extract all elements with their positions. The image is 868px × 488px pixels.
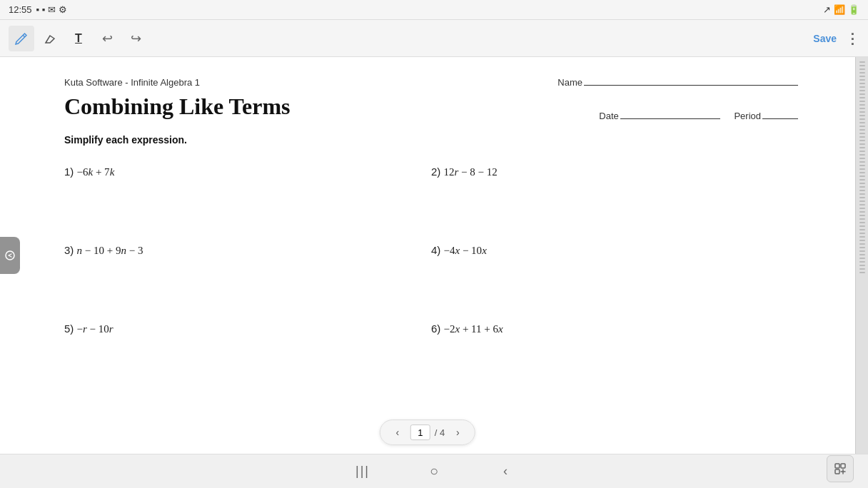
date-label: Date: [599, 111, 618, 121]
problem-1-expression: −6k + 7k: [77, 166, 115, 178]
problem-3-number: 3): [64, 244, 77, 256]
problem-4-expression: −4x − 10x: [444, 245, 487, 256]
scroll-tick: [859, 104, 865, 106]
scroll-tick: [859, 272, 865, 273]
scroll-tick: [859, 90, 865, 91]
scroll-tick: [859, 126, 865, 127]
multitask-button[interactable]: |||: [348, 457, 377, 486]
scroll-tick: [859, 211, 865, 213]
scroll-tick: [859, 68, 865, 70]
scroll-tick: [859, 176, 865, 177]
scroll-tick: [859, 115, 865, 116]
problem-6-expression: −2x + 11 + 6x: [444, 323, 503, 335]
eraser-tool-button[interactable]: [37, 26, 63, 51]
signal-icons: ▪ ▪ ✉ ⚙: [36, 4, 67, 15]
scroll-tick: [859, 250, 865, 252]
period-underline: [762, 118, 798, 119]
scroll-tick: [859, 233, 865, 234]
scroll-tick: [859, 136, 865, 138]
scroll-tick: [859, 200, 865, 202]
svg-rect-2: [841, 464, 845, 468]
undo-button[interactable]: ↩: [94, 26, 120, 51]
next-page-button[interactable]: ›: [449, 424, 466, 441]
problem-1-number: 1): [64, 166, 77, 178]
status-left: 12:55 ▪ ▪ ✉ ⚙: [9, 4, 67, 15]
connectivity-icon: ↗: [823, 4, 831, 15]
scroll-tick: [859, 268, 865, 270]
scroll-tick: [859, 208, 865, 209]
scroll-tick: [859, 183, 865, 184]
name-field: Name: [557, 77, 798, 88]
scroll-tick: [859, 204, 865, 205]
problem-5-number: 5): [64, 322, 77, 335]
save-button[interactable]: Save: [813, 33, 837, 44]
svg-rect-1: [835, 464, 839, 468]
scroll-tick: [859, 72, 865, 73]
scroll-tick: [859, 83, 865, 84]
prev-page-button[interactable]: ‹: [389, 424, 406, 441]
scroll-tick: [859, 247, 865, 248]
scroll-tick: [859, 258, 865, 259]
scroll-tick: [859, 193, 865, 195]
battery-icon: 🔋: [848, 4, 859, 15]
software-label: Kuta Software - Infinite Algebra 1: [64, 77, 200, 88]
document-content: Kuta Software - Infinite Algebra 1 Name …: [0, 57, 855, 454]
redo-button[interactable]: ↪: [123, 26, 148, 51]
back-button[interactable]: ‹: [491, 457, 520, 486]
scroll-tick: [859, 140, 865, 141]
scroll-tick: [859, 147, 865, 148]
scroll-tick: [859, 186, 865, 188]
status-right: ↗ 📶 🔋: [823, 4, 859, 15]
title-row: Combining Like Terms Date Period: [64, 93, 798, 124]
home-button[interactable]: ○: [420, 457, 448, 486]
doc-header: Kuta Software - Infinite Algebra 1 Name: [64, 77, 798, 88]
bottom-nav-center: ||| ○ ‹: [348, 457, 520, 486]
problems-grid: 1) −6k + 7k 2) 12r − 8 − 12 3) n − 10 + …: [64, 158, 798, 394]
scroll-tick: [859, 154, 865, 156]
bottom-nav: ||| ○ ‹: [0, 454, 868, 488]
problem-5: 5) −r − 10r: [64, 315, 431, 394]
scroll-tick: [859, 101, 865, 102]
toolbar: T ↩ ↪ Save ⋮: [0, 20, 868, 57]
scroll-tick: [859, 86, 865, 88]
scroll-tick: [859, 76, 865, 77]
left-edge-button[interactable]: [0, 237, 20, 274]
scroll-tick: [859, 158, 865, 159]
scroll-tick: [859, 172, 865, 173]
name-label: Name: [557, 77, 582, 88]
problem-4-number: 4): [431, 244, 444, 256]
svg-rect-3: [835, 469, 839, 474]
pencil-tool-button[interactable]: [9, 26, 34, 51]
scroll-tick: [859, 122, 865, 123]
status-bar: 12:55 ▪ ▪ ✉ ⚙ ↗ 📶 🔋: [0, 0, 868, 20]
problem-1: 1) −6k + 7k: [64, 158, 431, 237]
scroll-tick: [859, 265, 865, 266]
scroll-tick: [859, 225, 865, 227]
main-area: Kuta Software - Infinite Algebra 1 Name …: [0, 57, 868, 454]
scroll-tick: [859, 236, 865, 238]
problem-5-expression: −r − 10r: [77, 323, 113, 335]
page-number-input[interactable]: [410, 425, 430, 440]
scroll-tick: [859, 118, 865, 120]
more-options-button[interactable]: ⋮: [845, 30, 859, 47]
time-display: 12:55: [9, 4, 32, 15]
page-total-label: / 4: [435, 427, 445, 438]
document-area: Kuta Software - Infinite Algebra 1 Name …: [0, 57, 855, 454]
page-navigation: ‹ / 4 ›: [380, 420, 475, 445]
scroll-tick: [859, 168, 865, 170]
text-tool-button[interactable]: T: [66, 26, 91, 51]
name-underline: [584, 85, 798, 86]
scroll-tick: [859, 261, 865, 263]
scroll-tick: [859, 151, 865, 152]
document-title: Combining Like Terms: [64, 93, 291, 120]
problem-2-expression: 12r − 8 − 12: [444, 166, 498, 178]
scroll-tick: [859, 165, 865, 166]
problem-2-number: 2): [431, 166, 444, 178]
svg-point-0: [6, 251, 14, 260]
corner-action-button[interactable]: [827, 455, 854, 482]
scroll-tick: [859, 133, 865, 134]
scroll-tick: [859, 229, 865, 230]
scroll-tick: [859, 143, 865, 145]
date-period-row: Date Period: [599, 111, 798, 121]
scroll-tick: [859, 222, 865, 223]
